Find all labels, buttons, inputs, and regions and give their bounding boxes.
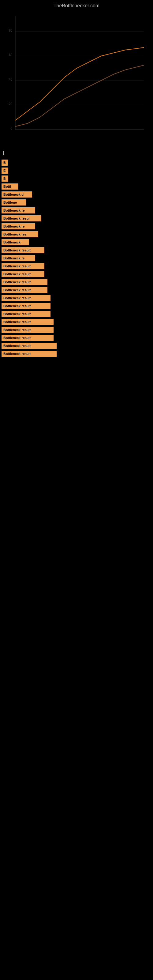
bottleneck-result-label: Bottleneck [2, 239, 29, 245]
list-item: Bottleneck result [0, 287, 153, 293]
list-item: Bottleneck result [0, 271, 153, 277]
list-item: Bottleneck result [0, 279, 153, 285]
list-item: B [0, 175, 153, 181]
bottleneck-result-label: B [2, 159, 8, 166]
bottleneck-result-label: Bottleneck result [2, 311, 51, 317]
bottleneck-list: BEBBottlBottleneck dBottleneBottleneck r… [0, 159, 153, 357]
list-item: Bottleneck result [0, 311, 153, 317]
bottleneck-result-label: Bottleneck result [2, 303, 51, 309]
svg-text:80: 80 [9, 29, 13, 32]
bottleneck-result-label: Bottleneck result [2, 279, 48, 285]
site-header: TheBottlenecker.com [0, 0, 153, 10]
list-item: Bottl [0, 183, 153, 189]
cursor-indicator: | [0, 148, 153, 158]
bottleneck-result-label: Bottleneck result [2, 319, 54, 325]
list-item: Bottleneck res [0, 231, 153, 237]
svg-text:20: 20 [9, 102, 13, 106]
bottleneck-chart: 0 20 40 60 80 [3, 13, 150, 142]
list-item: Bottleneck [0, 239, 153, 245]
list-item: Bottleneck result [0, 319, 153, 325]
list-item: Bottleneck re [0, 223, 153, 229]
results-section: | BEBBottlBottleneck dBottleneBottleneck… [0, 145, 153, 357]
list-item: Bottleneck re [0, 255, 153, 261]
bottleneck-result-label: Bottleneck result [2, 343, 57, 349]
bottleneck-result-label: Bottleneck res [2, 231, 38, 237]
bottleneck-result-label: Bottlene [2, 199, 26, 205]
bottleneck-result-label: Bottleneck result [2, 327, 54, 333]
list-item: Bottleneck re [0, 207, 153, 213]
bottleneck-result-label: Bottl [2, 183, 18, 189]
list-item: Bottleneck result [0, 351, 153, 357]
list-item: Bottleneck result [0, 303, 153, 309]
svg-text:40: 40 [9, 78, 13, 81]
list-item: Bottlene [0, 199, 153, 205]
svg-rect-0 [3, 13, 150, 142]
svg-text:0: 0 [10, 127, 12, 130]
list-item: Bottleneck d [0, 191, 153, 197]
bottleneck-result-label: Bottleneck re [2, 255, 35, 261]
list-item: Bottleneck resul [0, 215, 153, 221]
bottleneck-result-label: B [2, 175, 8, 181]
bottleneck-result-label: Bottleneck re [2, 207, 35, 213]
list-item: E [0, 167, 153, 173]
bottleneck-result-label: Bottleneck result [2, 263, 45, 269]
list-item: B [0, 159, 153, 166]
bottleneck-result-label: Bottleneck result [2, 247, 45, 253]
bottleneck-result-label: Bottleneck resul [2, 215, 41, 221]
list-item: Bottleneck result [0, 327, 153, 333]
chart-area: 0 20 40 60 80 [3, 13, 150, 142]
bottleneck-result-label: Bottleneck result [2, 351, 57, 357]
bottleneck-result-label: Bottleneck re [2, 223, 35, 229]
list-item: Bottleneck result [0, 263, 153, 269]
bottleneck-result-label: Bottleneck result [2, 335, 54, 341]
list-item: Bottleneck result [0, 295, 153, 301]
bottleneck-result-label: Bottleneck d [2, 191, 32, 197]
list-item: Bottleneck result [0, 343, 153, 349]
bottleneck-result-label: Bottleneck result [2, 287, 48, 293]
list-item: Bottleneck result [0, 335, 153, 341]
list-item: Bottleneck result [0, 247, 153, 253]
bottleneck-result-label: E [2, 167, 8, 173]
bottleneck-result-label: Bottleneck result [2, 295, 51, 301]
svg-text:60: 60 [9, 53, 13, 57]
bottleneck-result-label: Bottleneck result [2, 271, 45, 277]
site-title: TheBottlenecker.com [0, 0, 153, 10]
